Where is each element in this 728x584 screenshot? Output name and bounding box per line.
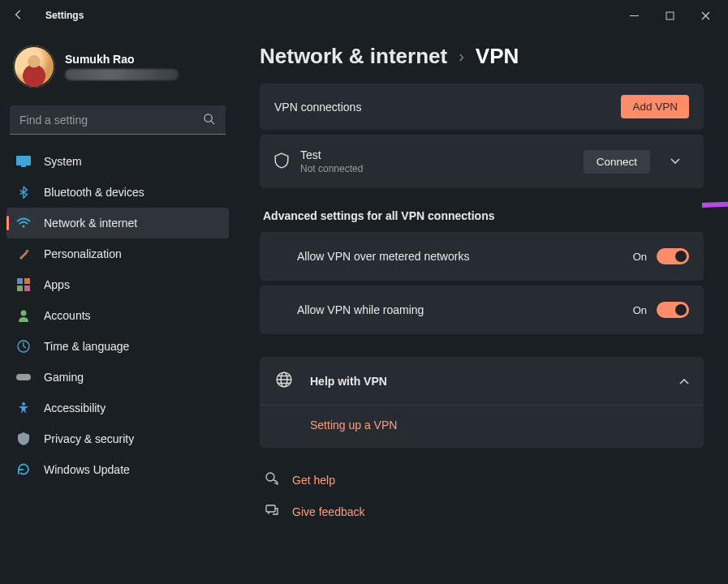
svg-point-1 bbox=[205, 114, 212, 121]
sidebar-item-apps[interactable]: Apps bbox=[6, 269, 229, 300]
vpn-connections-header-card: VPN connections Add VPN bbox=[260, 84, 704, 130]
vpn-shield-icon bbox=[274, 152, 289, 171]
profile-email-redacted bbox=[65, 69, 179, 80]
breadcrumb: Network & internet › VPN bbox=[260, 44, 704, 69]
profile-name: Sumukh Rao bbox=[65, 53, 179, 66]
help-header[interactable]: Help with VPN bbox=[260, 357, 704, 405]
sidebar-item-label: Privacy & security bbox=[44, 432, 134, 445]
sidebar-item-accounts[interactable]: Accounts bbox=[6, 300, 229, 331]
maximize-button[interactable] bbox=[652, 2, 687, 28]
give-feedback-link[interactable]: Give feedback bbox=[260, 496, 704, 527]
sidebar-item-label: Apps bbox=[44, 278, 70, 291]
avatar bbox=[13, 45, 55, 88]
main-content: Network & internet › VPN VPN connections… bbox=[235, 31, 728, 584]
apps-icon bbox=[16, 277, 31, 292]
monitor-icon bbox=[16, 154, 31, 169]
sidebar-item-label: System bbox=[44, 155, 82, 168]
advanced-section-title: Advanced settings for all VPN connection… bbox=[263, 209, 704, 222]
help-chat-icon bbox=[263, 472, 281, 487]
svg-point-13 bbox=[22, 402, 25, 406]
toggle-label: Allow VPN while roaming bbox=[297, 303, 633, 316]
svg-rect-2 bbox=[16, 156, 31, 165]
toggle-state-text: On bbox=[633, 251, 647, 263]
toggle-label: Allow VPN over metered networks bbox=[297, 250, 633, 263]
vpn-connections-label: VPN connections bbox=[274, 101, 610, 114]
add-vpn-button[interactable]: Add VPN bbox=[621, 95, 689, 118]
svg-rect-0 bbox=[666, 12, 674, 19]
toggle-roaming: Allow VPN while roaming On bbox=[260, 286, 704, 334]
back-button[interactable] bbox=[13, 9, 29, 23]
breadcrumb-current: VPN bbox=[476, 44, 519, 69]
svg-rect-8 bbox=[17, 286, 23, 291]
breadcrumb-parent[interactable]: Network & internet bbox=[260, 44, 447, 69]
feedback-icon bbox=[263, 504, 281, 519]
vpn-connection-item: Test Not connected Connect bbox=[260, 135, 704, 188]
chevron-up-icon bbox=[679, 375, 689, 388]
wifi-icon bbox=[16, 216, 31, 230]
sidebar-item-label: Time & language bbox=[44, 340, 129, 353]
svg-rect-17 bbox=[266, 505, 275, 512]
search-input[interactable] bbox=[19, 114, 203, 127]
minimize-button[interactable] bbox=[616, 2, 652, 28]
get-help-link[interactable]: Get help bbox=[260, 464, 704, 496]
toggle-switch-metered[interactable] bbox=[657, 248, 689, 264]
globe-clock-icon bbox=[16, 339, 31, 354]
vpn-item-name: Test bbox=[300, 148, 572, 161]
brush-icon bbox=[16, 247, 31, 261]
toggle-metered: Allow VPN over metered networks On bbox=[260, 232, 704, 281]
search-box[interactable] bbox=[10, 105, 226, 135]
svg-rect-7 bbox=[24, 278, 30, 284]
sidebar-item-personalization[interactable]: Personalization bbox=[6, 238, 229, 269]
help-link-setup[interactable]: Setting up a VPN bbox=[310, 419, 397, 432]
sidebar-item-accessibility[interactable]: Accessibility bbox=[6, 393, 229, 423]
window-title: Settings bbox=[45, 10, 84, 21]
svg-point-4 bbox=[23, 225, 25, 228]
sidebar-item-system[interactable]: System bbox=[6, 146, 229, 177]
sidebar-item-label: Windows Update bbox=[44, 463, 130, 476]
sidebar-item-privacy[interactable]: Privacy & security bbox=[6, 423, 229, 454]
connect-button[interactable]: Connect bbox=[584, 150, 650, 174]
update-icon bbox=[16, 462, 31, 477]
sidebar-item-update[interactable]: Windows Update bbox=[6, 454, 229, 485]
sidebar-item-time-language[interactable]: Time & language bbox=[6, 331, 229, 362]
toggle-switch-roaming[interactable] bbox=[657, 302, 689, 318]
sidebar-item-label: Gaming bbox=[44, 371, 84, 384]
svg-rect-6 bbox=[17, 278, 23, 284]
toggle-state-text: On bbox=[633, 304, 647, 316]
help-card: Help with VPN Setting up a VPN bbox=[260, 357, 704, 448]
sidebar-item-label: Network & internet bbox=[44, 217, 137, 230]
sidebar-item-label: Accounts bbox=[44, 309, 91, 322]
person-icon bbox=[16, 308, 31, 323]
help-title: Help with VPN bbox=[310, 375, 663, 388]
gamepad-icon bbox=[16, 370, 31, 384]
shield-icon bbox=[16, 432, 31, 446]
close-button[interactable] bbox=[687, 2, 723, 28]
svg-point-10 bbox=[21, 311, 27, 316]
svg-rect-9 bbox=[24, 286, 30, 291]
vpn-item-status: Not connected bbox=[300, 163, 572, 174]
sidebar-item-network[interactable]: Network & internet bbox=[6, 208, 229, 238]
expand-vpn-item[interactable] bbox=[661, 148, 689, 175]
svg-rect-12 bbox=[16, 374, 31, 380]
svg-point-16 bbox=[266, 473, 274, 481]
sidebar-item-bluetooth[interactable]: Bluetooth & devices bbox=[6, 177, 229, 208]
nav: System Bluetooth & devices Network & int… bbox=[6, 146, 229, 485]
globe-help-icon bbox=[274, 371, 294, 390]
chevron-right-icon: › bbox=[459, 47, 464, 66]
accessibility-icon bbox=[16, 401, 31, 415]
bluetooth-icon bbox=[16, 185, 31, 200]
sidebar-item-label: Bluetooth & devices bbox=[44, 186, 144, 199]
sidebar: Sumukh Rao System Bluetooth & devices bbox=[0, 31, 235, 584]
titlebar: Settings bbox=[0, 0, 728, 31]
sidebar-item-label: Personalization bbox=[44, 247, 122, 260]
search-icon bbox=[203, 113, 216, 127]
profile[interactable]: Sumukh Rao bbox=[6, 39, 229, 99]
footer-label: Get help bbox=[292, 474, 335, 487]
svg-rect-3 bbox=[21, 165, 26, 167]
footer-label: Give feedback bbox=[292, 505, 365, 518]
sidebar-item-label: Accessibility bbox=[44, 402, 106, 414]
sidebar-item-gaming[interactable]: Gaming bbox=[6, 362, 229, 393]
